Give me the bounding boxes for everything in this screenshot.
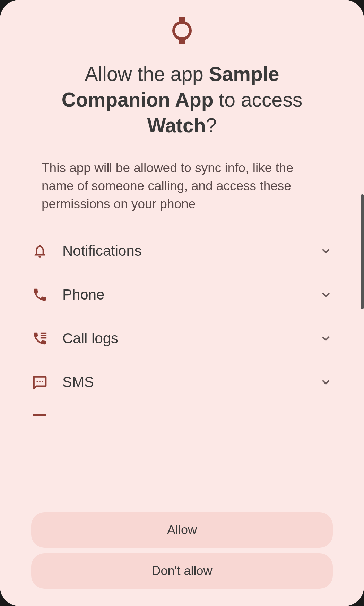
svg-point-8: [42, 381, 43, 382]
call-logs-icon: [31, 330, 49, 347]
deny-button[interactable]: Don't allow: [31, 553, 333, 589]
permission-item-peek[interactable]: [31, 404, 333, 419]
chevron-down-icon: [319, 375, 333, 389]
dialog-description: This app will be allowed to sync info, l…: [31, 159, 333, 213]
svg-point-6: [36, 381, 38, 382]
phone-icon: [31, 286, 49, 303]
permission-label: Phone: [62, 286, 319, 303]
chevron-down-icon: [319, 244, 333, 258]
svg-point-7: [39, 381, 41, 382]
permission-label: SMS: [62, 374, 319, 390]
allow-button[interactable]: Allow: [31, 512, 333, 548]
chevron-down-icon: [319, 331, 333, 345]
permission-item-phone[interactable]: Phone: [31, 273, 333, 317]
permission-item-call-logs[interactable]: Call logs: [31, 317, 333, 360]
title-prefix: Allow the app: [85, 63, 209, 85]
title-suffix: ?: [206, 114, 217, 136]
svg-rect-3: [41, 332, 46, 334]
bell-icon: [31, 242, 49, 260]
svg-rect-9: [33, 414, 46, 416]
chevron-down-icon: [319, 288, 333, 302]
title-mid: to access: [214, 89, 303, 111]
permissions-list[interactable]: Notifications Phone: [0, 229, 364, 505]
button-section: Allow Don't allow: [0, 505, 364, 606]
watch-icon-wrapper: [172, 17, 192, 44]
permission-item-notifications[interactable]: Notifications: [31, 229, 333, 273]
contacts-icon-peek: [31, 414, 49, 419]
permission-item-sms[interactable]: SMS: [31, 360, 333, 404]
permission-dialog: Allow the app Sample Companion App to ac…: [0, 0, 364, 606]
sms-icon: [31, 373, 49, 391]
svg-point-2: [174, 22, 190, 39]
dialog-title: Allow the app Sample Companion App to ac…: [31, 61, 333, 138]
svg-rect-5: [41, 337, 46, 338]
scrollbar[interactable]: [361, 194, 364, 309]
dialog-header: Allow the app Sample Companion App to ac…: [0, 0, 364, 229]
watch-icon: [172, 17, 192, 44]
permission-label: Notifications: [62, 243, 319, 259]
svg-rect-4: [41, 335, 46, 336]
permission-label: Call logs: [62, 330, 319, 347]
device-name: Watch: [147, 114, 206, 136]
